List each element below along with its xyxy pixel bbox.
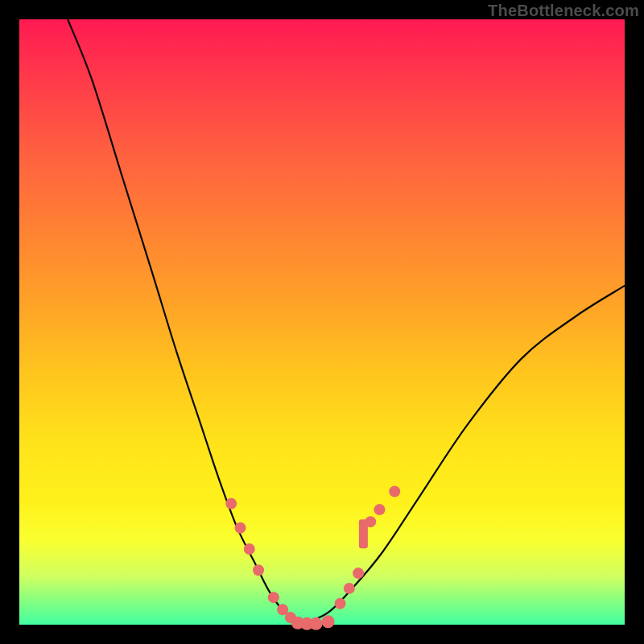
curve-layer [19,19,625,625]
attribution-text: TheBottleneck.com [488,2,639,20]
data-marker [268,592,279,603]
left-curve [68,19,301,624]
data-marker [234,522,246,534]
data-marker [253,564,264,576]
data-marker [225,498,237,510]
data-marker [322,615,335,628]
plot-area [19,19,625,625]
data-marker [374,504,385,515]
data-marker [335,598,346,609]
trough-bar [359,519,368,548]
right-curve [303,286,625,624]
data-marker [344,583,355,594]
chart-frame: TheBottleneck.com [0,0,644,644]
data-marker [309,617,322,630]
data-marker [389,486,400,497]
data-marker [353,568,364,579]
data-marker [244,543,255,555]
